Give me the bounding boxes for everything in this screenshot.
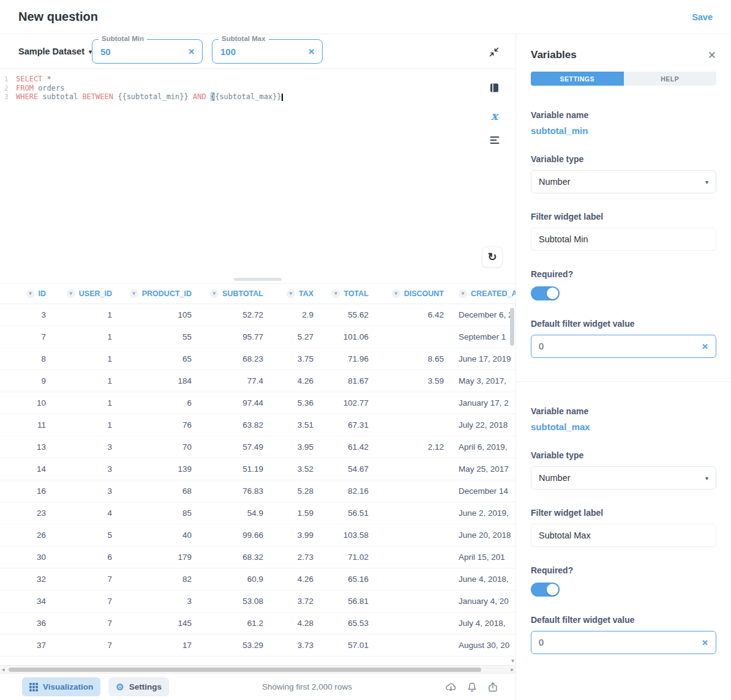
scroll-down-icon[interactable]: ▾ [511,658,514,664]
table-row[interactable]: 30617968.322.7371.02April 15, 201 [0,546,515,568]
clear-icon[interactable]: ✕ [702,638,708,647]
filter-widget-label-input[interactable] [531,524,716,547]
column-chevron-icon: ▾ [26,289,35,298]
table-cell: 3.99 [271,531,321,540]
column-header-product_id[interactable]: ▾PRODUCT_ID [119,289,199,298]
horizontal-scrollbar[interactable]: ◂ ▸ [0,665,515,673]
table-cell: 23 [0,508,53,518]
horizontal-scrollbar-thumb[interactable] [9,668,481,672]
variables-icon[interactable]: x [491,110,498,122]
table-cell: 139 [119,464,199,474]
table-row[interactable]: 816568.233.7571.968.65June 17, 2019 [0,348,515,370]
table-cell: 55.62 [321,310,376,319]
table-cell: 5.36 [271,398,321,408]
vertical-scrollbar[interactable] [510,308,514,346]
table-row[interactable]: 1117663.823.5167.31July 22, 2018 [0,414,515,436]
filter-widget-label: Subtotal Max [219,35,269,42]
required-toggle[interactable] [531,286,560,300]
run-query-button[interactable]: ↻ [482,247,503,267]
table-cell: 54.67 [321,464,376,474]
table-cell: 7 [53,575,119,584]
variable-type-select[interactable]: Number ▾ [531,466,716,490]
collapse-icon[interactable] [489,47,500,58]
table-row[interactable]: 101697.445.36102.77January 17, 2 [0,392,515,414]
filter-widget-input[interactable] [212,47,286,57]
variable-name-value: subtotal_min [531,125,716,136]
table-row[interactable]: 3771753.293.7357.01August 30, 20 [0,635,515,657]
table-cell: 53.08 [199,597,271,606]
scroll-right-icon[interactable]: ▸ [511,666,514,672]
table-cell: 32 [0,575,53,584]
clear-icon[interactable]: ✕ [188,47,195,56]
filter-widget-input[interactable] [92,47,166,57]
table-cell: 145 [119,619,199,628]
variable-section: Variable name subtotal_min Variable type… [531,86,716,358]
filter-widget-label: Subtotal Min [99,35,147,42]
table-cell: January 17, 2 [451,398,515,408]
tab-help[interactable]: HELP [624,72,717,86]
table-row[interactable]: 9118477.44.2681.673.59May 3, 2017, [0,370,515,392]
table-cell: 6 [119,398,199,408]
table-cell: 68.23 [199,354,271,363]
table-cell: 4.28 [271,619,321,628]
column-header-label: USER_ID [79,289,112,298]
column-header-user_id[interactable]: ▾USER_ID [53,289,119,298]
sql-code[interactable]: SELECT *FROM ordersWHERE subtotal BETWEE… [16,75,283,102]
download-icon[interactable] [445,682,457,693]
clear-icon[interactable]: ✕ [308,47,315,56]
default-value-input[interactable] [531,638,702,647]
column-header-created_at[interactable]: ▾CREATED_AT [451,289,515,298]
table-row[interactable]: 2348554.91.5956.51June 2, 2019, [0,502,515,524]
dataset-picker[interactable]: Sample Dataset ▾ [18,47,92,56]
save-button[interactable]: Save [692,12,713,22]
dataset-label: Sample Dataset [18,47,84,56]
page-title: New question [18,10,98,24]
clear-icon[interactable]: ✕ [702,342,708,351]
column-header-total[interactable]: ▾TOTAL [321,289,376,298]
bottom-bar: Visualization ⚙ Settings Showing first 2… [0,673,515,700]
table-cell: January 4, 20 [451,597,515,606]
table-row[interactable]: 1337057.493.9561.422.12April 6, 2019, [0,436,515,458]
close-icon[interactable]: ✕ [708,50,716,61]
sql-editor[interactable]: 123 SELECT *FROM ordersWHERE subtotal BE… [0,69,515,275]
table-row[interactable]: 2654099.663.99103.58June 20, 2018 [0,524,515,546]
table-cell: 7 [53,597,119,606]
table-cell: June 2, 2019, [451,508,515,518]
table-cell: 71.02 [321,553,376,562]
column-header-tax[interactable]: ▾TAX [271,289,321,298]
filter-widget-subtotal-max[interactable]: Subtotal Max ✕ [212,39,323,64]
table-row[interactable]: 36714561.24.2865.53July 4, 2018, [0,612,515,635]
table-row[interactable]: 3110552.722.955.626.42December 6, 2 [0,304,515,326]
column-chevron-icon: ▾ [459,289,467,298]
variable-type-select[interactable]: Number ▾ [531,170,716,193]
filter-widget-label-input[interactable] [531,228,716,251]
table-row[interactable]: 715595.775.27101.06September 1 [0,326,515,348]
scroll-left-icon[interactable]: ◂ [2,666,5,672]
column-header-id[interactable]: ▾ID [0,289,53,298]
table-row[interactable]: 14313951.193.5254.67May 25, 2017 [0,458,515,480]
table-row[interactable]: 1636876.835.2882.16December 14 [0,480,515,502]
table-row[interactable]: 3278260.94.2665.16June 4, 2018, [0,568,515,590]
column-chevron-icon: ▾ [392,289,400,298]
table-cell: 82.16 [321,486,376,496]
default-value-input[interactable] [531,341,702,351]
resize-handle[interactable] [234,278,282,281]
table-cell: 14 [0,464,53,474]
bell-icon[interactable] [467,682,478,693]
tab-settings[interactable]: SETTINGS [531,72,624,86]
table-cell: 4.26 [271,575,321,584]
snippets-icon[interactable] [490,136,500,147]
sql-line: SELECT * [16,75,283,84]
column-header-discount[interactable]: ▾DISCOUNT [376,289,451,298]
settings-button[interactable]: ⚙ Settings [108,677,169,696]
table-row[interactable]: 347353.083.7256.81January 4, 20 [0,590,515,612]
table-cell: July 4, 2018, [451,619,515,628]
required-label: Required? [531,269,716,279]
filter-widget-subtotal-min[interactable]: Subtotal Min ✕ [92,39,203,64]
table-cell: 3.95 [271,442,321,452]
visualization-button[interactable]: Visualization [22,677,100,696]
column-header-subtotal[interactable]: ▾SUBTOTAL [199,289,271,298]
share-icon[interactable] [487,682,498,693]
required-toggle[interactable] [531,583,560,597]
data-reference-icon[interactable] [489,83,500,95]
